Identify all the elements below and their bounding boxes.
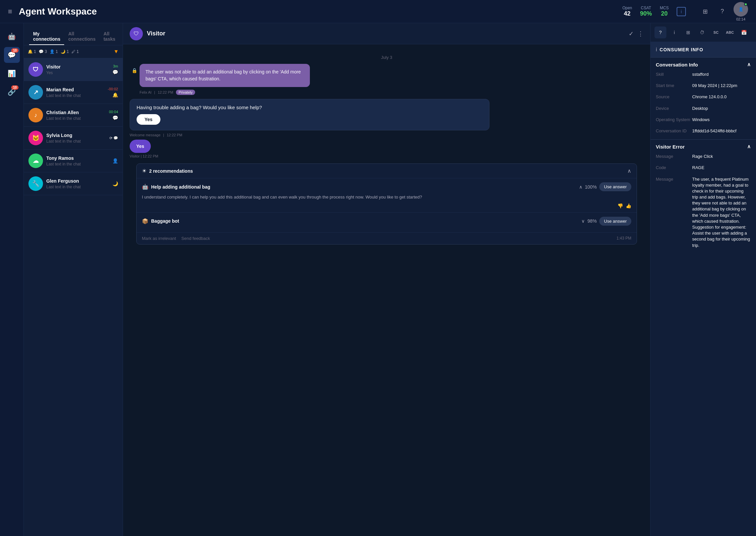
- info-tab-question[interactable]: ?: [654, 26, 666, 38]
- conv-item-visitor[interactable]: 🛡 Visitor Yes 3m 💬: [24, 58, 123, 81]
- conv-info-marian: Marian Reed Last text in the chat: [46, 87, 108, 98]
- conv-item-sylvia[interactable]: 🐱 Sylvia Long Last text in the chat ⟳ 💬: [24, 127, 123, 150]
- info-row-os: Operating System Windows: [651, 114, 756, 125]
- nav-actions: ⊞ ? 👤 02:14: [699, 2, 748, 21]
- conv-info-visitor: Visitor Yes: [46, 64, 112, 75]
- conv-item-marian[interactable]: ↗ Marian Reed Last text in the chat -00:…: [24, 81, 123, 104]
- info-tab-grid[interactable]: ⊞: [682, 26, 694, 38]
- check-icon[interactable]: ✓: [629, 30, 634, 37]
- info-tabs: ? i ⊞ ⏱ SC ABC 📅: [651, 23, 756, 42]
- info-tab-calendar[interactable]: 📅: [738, 26, 750, 38]
- info-tab-abc[interactable]: ABC: [724, 26, 736, 38]
- mark-irrelevant-btn[interactable]: Mark as irrelevant: [142, 236, 176, 241]
- sidebar-icon-chat[interactable]: 💬 10: [4, 47, 20, 63]
- sidebar-icon-connect[interactable]: 🔗 10: [4, 84, 20, 100]
- conv-item-christian[interactable]: ♪ Christian Allen Last text in the chat …: [24, 104, 123, 127]
- error-row-code: Code RAGE: [651, 162, 756, 173]
- conv-meta-marian: -00:02 🔔: [108, 87, 118, 98]
- help-icon[interactable]: ?: [716, 6, 728, 18]
- conv-time-visitor: 3m: [113, 64, 118, 68]
- online-dot: [744, 3, 747, 6]
- conv-info-christian: Christian Allen Last text in the chat: [46, 110, 109, 121]
- rec-item-1-title: Baggage bot: [151, 218, 579, 224]
- info-tab-clock[interactable]: ⏱: [696, 26, 708, 38]
- info-icon-btn[interactable]: i: [677, 7, 686, 16]
- conv-avatar-visitor: 🛡: [28, 62, 43, 77]
- yes-button[interactable]: Yes: [137, 114, 160, 125]
- chat-messages: July 3 🔒 The user was not able to add an…: [123, 44, 650, 536]
- send-feedback-btn[interactable]: Send feedback: [181, 236, 616, 241]
- conv-info-tony: Tony Ramos Last text in the chat: [46, 156, 112, 166]
- filter-chat: 💬 3: [39, 49, 47, 54]
- conv-avatar-glen: 🔧: [28, 176, 43, 191]
- conv-icon-christian: 💬: [112, 115, 118, 120]
- conv-avatar-sylvia: 🐱: [28, 131, 43, 145]
- rec-header[interactable]: ☀ 2 recommendations ∧: [137, 164, 637, 178]
- rec-pct-0: 100%: [585, 184, 597, 190]
- conv-avatar-marian: ↗: [28, 85, 43, 100]
- agent-avatar-wrap: 👤 02:14: [734, 2, 748, 21]
- rec-expand-icon[interactable]: ∧: [579, 184, 582, 190]
- rec-item-0: 🤖 Help adding additional bag ∧ 100% Use …: [137, 178, 637, 213]
- recommendations-panel: ☀ 2 recommendations ∧ 🤖 Help adding addi…: [136, 163, 637, 245]
- conv-time-christian: 00:04: [109, 110, 118, 114]
- visitor-error-section: Visitor Error ∧ Message Rage Click Code …: [651, 139, 756, 251]
- sidebar-icon-chart[interactable]: 📊: [4, 66, 20, 81]
- filter-moon: 🌙 1: [61, 49, 69, 54]
- tab-my-connections[interactable]: My connections: [29, 28, 64, 45]
- conv-info-collapse[interactable]: ∧: [747, 62, 751, 67]
- thumbs-up-btn[interactable]: 👍: [626, 203, 631, 208]
- conv-last-marian: Last text in the chat: [46, 93, 108, 98]
- info-row-device: Device Desktop: [651, 103, 756, 114]
- filter-icon[interactable]: ▼: [113, 49, 119, 55]
- rec-item-1-header: 📦 Baggage bot ∨ 98% Use answer: [142, 217, 631, 226]
- top-nav: ≡ Agent Workspace Open 42 CSAT 90% MCS 2…: [0, 0, 756, 23]
- conv-info-glen: Glen Ferguson Last text in the chat: [46, 178, 112, 189]
- hamburger-icon[interactable]: ≡: [8, 7, 12, 16]
- chat-visitor-avatar: 🛡: [130, 27, 143, 40]
- rec-item-0-title: Help adding additional bag: [151, 184, 576, 190]
- sidebar-icon-bot[interactable]: 🤖: [4, 28, 20, 44]
- error-row-detail: Message The user, a frequent Platinum lo…: [651, 174, 756, 251]
- conv-meta-christian: 00:04 💬: [109, 110, 118, 120]
- use-answer-btn-0[interactable]: Use answer: [599, 182, 631, 191]
- conv-info-sylvia: Sylvia Long Last text in the chat: [46, 133, 109, 144]
- bot-sender: Felix AI: [140, 90, 151, 94]
- rec-expand-icon-1[interactable]: ∨: [581, 218, 585, 224]
- filter-person: 👤 1: [50, 49, 58, 54]
- conv-item-glen[interactable]: 🔧 Glen Ferguson Last text in the chat 🌙: [24, 172, 123, 195]
- info-row-conv-id: Conversation ID 1ffddd1d-5424ffd-bbbcf: [651, 125, 756, 137]
- conv-name-tony: Tony Ramos: [46, 156, 112, 161]
- info-tab-sc[interactable]: SC: [710, 26, 722, 38]
- use-answer-btn-1[interactable]: Use answer: [599, 217, 631, 226]
- bot-message-meta: Felix AI | 12:22 PM Privately: [140, 90, 383, 95]
- layers-icon[interactable]: ⊞: [699, 6, 711, 18]
- error-row-message: Message Rage Click: [651, 151, 756, 162]
- question-time: 12:22 PM: [167, 133, 182, 137]
- tab-all-connections[interactable]: All connections: [64, 28, 99, 45]
- thumbs-down-btn[interactable]: 👎: [617, 203, 623, 208]
- rec-footer: Mark as irrelevant Send feedback 1:43 PM: [137, 233, 637, 244]
- conv-last-visitor: Yes: [46, 70, 112, 75]
- error-collapse[interactable]: ∧: [747, 144, 751, 150]
- visitor-meta: Visitor | 12:22 PM: [130, 154, 158, 158]
- more-icon[interactable]: ⋮: [638, 30, 644, 37]
- connect-badge: 10: [11, 85, 18, 90]
- sun-icon: ☀: [142, 168, 147, 174]
- chat-header: 🛡 Visitor ✓ ⋮: [123, 23, 650, 44]
- tab-all-tasks[interactable]: All tasks: [100, 28, 119, 45]
- info-tab-id[interactable]: i: [668, 26, 680, 38]
- conv-meta-visitor: 3m 💬: [112, 64, 118, 75]
- stat-mcs: MCS 20: [660, 6, 669, 17]
- info-row-start: Start time 09 May 2024 | 12:22pm: [651, 80, 756, 91]
- conv-item-tony[interactable]: ☁ Tony Ramos Last text in the chat 👤: [24, 150, 123, 172]
- conv-avatar-tony: ☁: [28, 154, 43, 168]
- conv-icon-tony: 👤: [112, 158, 118, 163]
- rec-bot-icon-1: 📦: [142, 218, 148, 224]
- info-panel: ? i ⊞ ⏱ SC ABC 📅 i CONSUMER INFO Convers…: [650, 23, 756, 536]
- chat-header-actions: ✓ ⋮: [629, 30, 644, 37]
- conv-name-sylvia: Sylvia Long: [46, 133, 109, 138]
- connections-tabs: My connections All connections All tasks: [24, 23, 123, 45]
- date-separator: July 3: [130, 55, 644, 60]
- conv-info-title: Conversation Info ∧: [651, 58, 756, 69]
